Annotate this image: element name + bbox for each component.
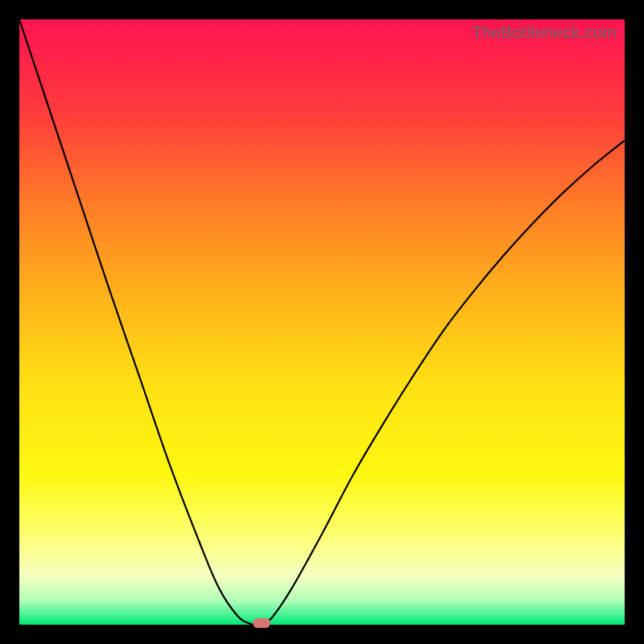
watermark-text: TheBottleneck.com	[472, 23, 617, 42]
bottleneck-curve	[19, 19, 625, 625]
minimum-marker	[253, 618, 270, 628]
chart-plot-area: TheBottleneck.com	[19, 19, 625, 625]
